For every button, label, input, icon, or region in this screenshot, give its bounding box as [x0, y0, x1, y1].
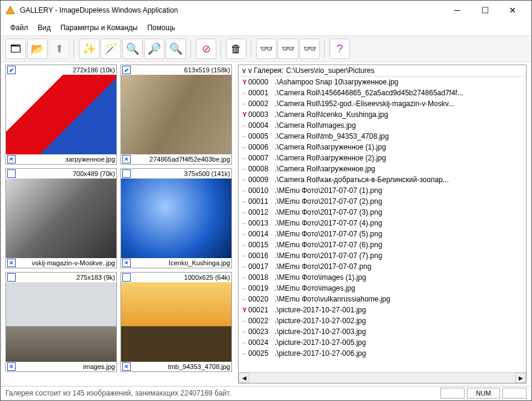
- list-item[interactable]: ⌐ 00005 .\Camera Roll\tmb_94353_4708.jpg: [239, 131, 526, 142]
- menu-help[interactable]: Помощь: [142, 21, 180, 34]
- thumb-image[interactable]: [121, 178, 231, 258]
- list-item-index: 00003: [248, 110, 275, 119]
- status-cell-empty: [440, 388, 465, 399]
- list-item[interactable]: ⌐ 00025 .\picture-2017-10-27-006.jpg: [239, 348, 526, 359]
- list-item[interactable]: ⌐ 00022 .\picture-2017-10-27-002.jpg: [239, 315, 526, 326]
- list-item[interactable]: Y 00003 .\Camera Roll\Icenko_Kushinga.jp…: [239, 109, 526, 120]
- list-item[interactable]: ⌐ 00024 .\picture-2017-10-27-005.jpg: [239, 337, 526, 348]
- list-item[interactable]: ⌐ 00019 .\MEmu Фото\images.jpg: [239, 283, 526, 294]
- thumb-image[interactable]: [121, 75, 231, 154]
- list-item-index: 00019: [248, 284, 275, 292]
- list-item[interactable]: ⌐ 00015 .\MEmu Фото\2017-07-07 (6).png: [239, 239, 526, 250]
- flag-icon: ⌐: [241, 165, 248, 172]
- glasses2-icon[interactable]: 👓: [278, 39, 298, 59]
- list-item[interactable]: ⌐ 00010 .\MEmu Фото\2017-07-07 (1).png: [239, 185, 526, 196]
- thumb-image[interactable]: [6, 282, 116, 362]
- folder-open-icon[interactable]: 📂: [27, 39, 48, 59]
- menubar: Файл Вид Параметры и Команды Помощь: [1, 20, 531, 36]
- list-item-index: 00009: [248, 175, 275, 184]
- thumb-delete-icon[interactable]: ✕: [7, 362, 16, 371]
- list-item[interactable]: Y 00021 .\picture-2017-10-27-001.jpg: [239, 305, 526, 315]
- file-list[interactable]: Y 00000 .\Ashampoo Snap 10\загруженное.j…: [239, 77, 526, 372]
- list-item[interactable]: ⌐ 00016 .\MEmu Фото\2017-07-07 (7).png: [239, 250, 526, 261]
- list-header[interactable]: v v Галерея: C:\Users\rio_super\Pictures: [239, 65, 526, 77]
- thumb-header: 1000x625 (64k): [121, 273, 231, 282]
- zoom-sort-icon[interactable]: 🔍: [166, 39, 186, 59]
- list-item[interactable]: ⌐ 00018 .\MEmu Фото\images (1).jpg: [239, 272, 526, 283]
- thumb-check-icon[interactable]: ✔: [7, 66, 16, 74]
- wand-icon[interactable]: ✨: [79, 39, 99, 59]
- thumb-check-icon[interactable]: [122, 169, 131, 178]
- list-item[interactable]: Y 00000 .\Ashampoo Snap 10\загруженное.j…: [239, 77, 526, 87]
- cancel-icon[interactable]: ⊘: [196, 39, 216, 59]
- thumb-image[interactable]: [6, 75, 116, 154]
- list-item[interactable]: ⌐ 00006 .\Camera Roll\загруженное (1).jp…: [239, 142, 526, 153]
- thumb-filename: tmb_94353_4708.jpg: [133, 363, 230, 370]
- thumb-check-icon[interactable]: [122, 273, 131, 282]
- flag-icon: ⌐: [241, 89, 248, 96]
- thumb-filename: Icenko_Kushinga.jpg: [133, 259, 230, 267]
- list-item[interactable]: ⌐ 00013 .\MEmu Фото\2017-07-07 (4).png: [239, 218, 526, 229]
- list-item-index: 00024: [248, 338, 275, 347]
- list-item[interactable]: ⌐ 00014 .\MEmu Фото\2017-07-07 (5).png: [239, 229, 526, 239]
- thumb-delete-icon[interactable]: ✕: [7, 155, 16, 163]
- help-icon[interactable]: ?: [330, 39, 350, 59]
- grid-icon[interactable]: 🗔: [5, 39, 26, 59]
- horizontal-scrollbar[interactable]: ◀ ▶: [239, 372, 526, 383]
- list-item[interactable]: ⌐ 00020 .\MEmu Фото\vulkanrussiahome.jpg: [239, 294, 526, 305]
- list-item-index: 00006: [248, 143, 275, 151]
- wand-sort-icon[interactable]: 🪄: [101, 39, 121, 59]
- scroll-left-icon[interactable]: ◀: [239, 373, 249, 383]
- toolbar-separator: [187, 40, 191, 58]
- thumbnail[interactable]: 1000x625 (64k) ✕ tmb_94353_4708.jpg: [120, 272, 232, 372]
- thumb-delete-icon[interactable]: ✕: [7, 259, 16, 267]
- thumbnail[interactable]: 275x183 (9k) ✕ images.jpg: [5, 272, 117, 372]
- glasses3-icon[interactable]: 👓: [299, 39, 320, 59]
- glasses1-icon[interactable]: 👓: [256, 39, 277, 59]
- status-cell-empty2: [502, 388, 527, 399]
- thumb-delete-icon[interactable]: ✕: [122, 362, 131, 371]
- list-item[interactable]: ⌐ 00012 .\MEmu Фото\2017-07-07 (3).png: [239, 207, 526, 218]
- scroll-track[interactable]: [249, 373, 515, 383]
- thumb-check-icon[interactable]: [7, 169, 16, 178]
- thumbnail[interactable]: ✔ 272x186 (10k) ✕ загруженное.jpg: [5, 65, 117, 165]
- thumb-delete-icon[interactable]: ✕: [122, 259, 131, 267]
- file-list-panel: v v Галерея: C:\Users\rio_super\Pictures…: [238, 65, 527, 384]
- list-item[interactable]: ⌐ 00004 .\Camera Roll\images.jpg: [239, 120, 526, 131]
- thumbnails-panel: ✔ 272x186 (10k) ✕ загруженное.jpg ✔ 613x…: [5, 65, 234, 384]
- list-item[interactable]: ⌐ 00017 .\MEmu Фото\2017-07-07.png: [239, 261, 526, 272]
- list-item-path: .\MEmu Фото\vulkanrussiahome.jpg: [275, 295, 524, 303]
- zoom-pair-icon[interactable]: 🔎: [144, 39, 164, 59]
- list-item-index: 00017: [248, 262, 275, 271]
- thumb-delete-icon[interactable]: ✕: [122, 155, 131, 163]
- list-item[interactable]: ⌐ 00007 .\Camera Roll\загруженное (2).jp…: [239, 153, 526, 163]
- scroll-right-icon[interactable]: ▶: [515, 373, 526, 383]
- list-item-path: .\MEmu Фото\images (1).jpg: [275, 273, 524, 282]
- maximize-button[interactable]: ☐: [471, 1, 499, 19]
- flag-icon: ⌐: [241, 144, 248, 151]
- thumb-check-icon[interactable]: ✔: [122, 66, 131, 74]
- trash-icon[interactable]: 🗑: [226, 39, 246, 59]
- minimize-button[interactable]: ─: [443, 1, 471, 19]
- list-item[interactable]: ⌐ 00008 .\Camera Roll\загруженное.jpg: [239, 163, 526, 174]
- zoom-icon[interactable]: 🔍: [122, 39, 143, 59]
- thumbnail[interactable]: 375x500 (141k) ✕ Icenko_Kushinga.jpg: [120, 168, 232, 268]
- menu-view[interactable]: Вид: [33, 21, 56, 34]
- thumb-check-icon[interactable]: [7, 273, 16, 282]
- thumbnail[interactable]: ✔ 613x519 (158k) ✕ 274865ad7f4f52e403be.…: [120, 65, 232, 165]
- list-item[interactable]: ⌐ 00011 .\MEmu Фото\2017-07-07 (2).png: [239, 196, 526, 207]
- list-item[interactable]: ⌐ 00002 .\Camera Roll\1952-god.-Eliseevs…: [239, 98, 526, 109]
- list-item[interactable]: ⌐ 00023 .\picture-2017-10-27-003.jpg: [239, 326, 526, 337]
- list-header-label: v Галерея:: [248, 66, 284, 75]
- list-item-index: 00005: [248, 132, 275, 141]
- collapse-icon[interactable]: v: [242, 66, 246, 75]
- list-item[interactable]: ⌐ 00001 .\Camera Roll\1456646865_62a5acd…: [239, 87, 526, 98]
- thumb-image[interactable]: [121, 282, 231, 362]
- thumbnail[interactable]: 700x489 (70k) ✕ vskij-magazin-v-Moskve..…: [5, 168, 117, 268]
- list-item[interactable]: ⌐ 00009 .\Camera Roll\как-добраться-в-Бе…: [239, 174, 526, 185]
- menu-file[interactable]: Файл: [5, 21, 33, 34]
- menu-params[interactable]: Параметры и Команды: [55, 21, 142, 34]
- list-item-index: 00018: [248, 273, 275, 282]
- close-button[interactable]: ✕: [499, 1, 527, 19]
- thumb-image[interactable]: [6, 178, 116, 258]
